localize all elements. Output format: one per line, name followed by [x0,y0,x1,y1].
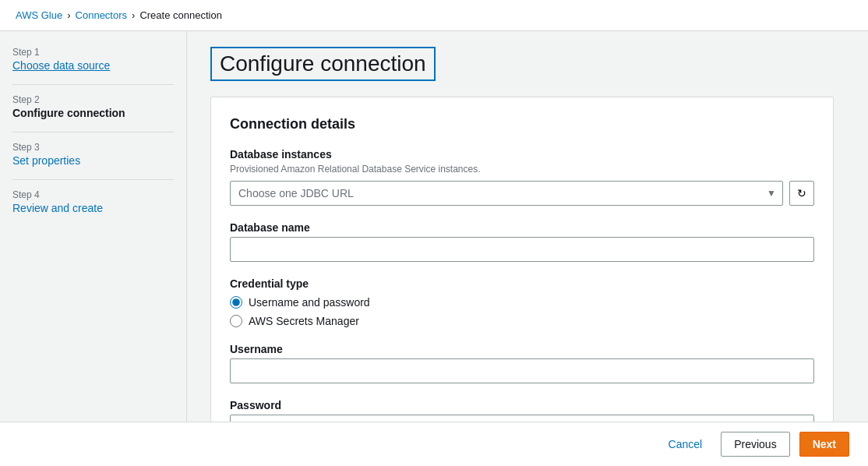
radio-secrets-manager-label: AWS Secrets Manager [249,315,359,327]
step3-title: Set properties [12,154,174,167]
breadcrumb: AWS Glue › Connectors › Create connectio… [0,0,868,31]
database-name-label: Database name [230,221,814,234]
database-name-group: Database name [230,221,814,262]
database-instances-hint: Provisioned Amazon Relational Database S… [230,164,814,175]
password-label: Password [230,399,814,411]
username-label: Username [230,343,814,355]
radio-username-password-label: Username and password [249,296,370,309]
credential-type-radio-group: Username and password AWS Secrets Manage… [230,296,814,327]
database-instances-select[interactable]: Choose one JDBC URL [231,182,782,205]
sidebar: Step 1 Choose data source Step 2 Configu… [0,31,187,422]
step4-label: Step 4 [12,189,174,200]
step4-title: Review and create [12,202,174,214]
breadcrumb-sep-2: › [132,9,135,21]
username-group: Username [230,343,814,383]
password-input[interactable] [230,415,814,422]
footer: Cancel Previous Next [0,422,868,466]
card-title: Connection details [230,116,814,132]
cancel-button[interactable]: Cancel [659,433,712,455]
previous-button[interactable]: Previous [721,432,789,457]
step-divider-3 [12,179,174,180]
sidebar-step-4: Step 4 Review and create [12,189,174,214]
database-instances-wrapper: Choose one JDBC URL ▼ ↻ [230,181,814,206]
sidebar-step-1: Step 1 Choose data source [12,47,174,72]
step2-label: Step 2 [12,94,174,105]
radio-secrets-manager[interactable]: AWS Secrets Manager [230,315,814,327]
breadcrumb-sep-1: › [67,9,70,21]
refresh-button[interactable]: ↻ [789,181,814,206]
breadcrumb-connectors[interactable]: Connectors [76,9,127,21]
database-instances-select-container[interactable]: Choose one JDBC URL ▼ [230,181,783,206]
database-instances-label: Database instances [230,148,814,161]
radio-username-password-input[interactable] [230,296,242,309]
content-area: Configure connection Connection details … [187,31,868,422]
step-divider-1 [12,84,174,85]
page-title: Configure connection [210,47,436,81]
sidebar-step-2: Step 2 Configure connection [12,94,174,119]
breadcrumb-current: Create connection [139,9,222,21]
refresh-icon: ↻ [797,187,806,199]
database-instances-group: Database instances Provisioned Amazon Re… [230,148,814,206]
credential-type-group: Credential type Username and password AW… [230,277,814,327]
step1-title[interactable]: Choose data source [12,59,110,72]
next-button[interactable]: Next [799,432,849,457]
sidebar-step-3: Step 3 Set properties [12,142,174,167]
radio-secrets-manager-input[interactable] [230,315,242,327]
step1-label: Step 1 [12,47,174,58]
database-name-input[interactable] [230,237,814,262]
step-divider-2 [12,132,174,132]
credential-type-label: Credential type [230,277,814,290]
connection-details-card: Connection details Database instances Pr… [210,97,834,422]
breadcrumb-aws-glue[interactable]: AWS Glue [16,9,62,21]
step3-label: Step 3 [12,142,174,153]
radio-username-password[interactable]: Username and password [230,296,814,309]
step2-title: Configure connection [12,107,174,119]
password-group: Password [230,399,814,422]
username-input[interactable] [230,358,814,383]
